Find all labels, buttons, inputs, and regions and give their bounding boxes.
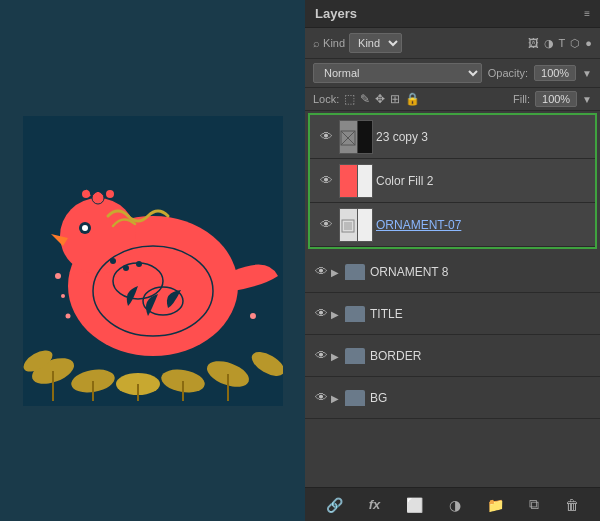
opacity-value[interactable]: 100%	[534, 65, 576, 81]
layer-visibility-title[interactable]: 👁	[311, 306, 331, 321]
layer-name-bg: BG	[370, 391, 594, 405]
svg-point-27	[136, 261, 142, 267]
eye-icon: 👁	[315, 348, 328, 363]
svg-point-14	[60, 198, 136, 274]
link-layers-button[interactable]: 🔗	[322, 495, 347, 515]
blend-mode-dropdown[interactable]: Normal	[313, 63, 482, 83]
new-layer-button[interactable]: ⧉	[525, 494, 543, 515]
expand-ornament8[interactable]: ▶	[331, 265, 345, 279]
layer-visibility-23copy3[interactable]: 👁	[316, 129, 336, 144]
adjustment-layer-button[interactable]: ◑	[445, 495, 465, 515]
fill-label: Fill:	[513, 93, 530, 105]
kind-dropdown[interactable]: Kind	[349, 33, 402, 53]
svg-point-29	[61, 294, 65, 298]
chevron-right-icon: ▶	[331, 309, 339, 320]
chevron-right-icon: ▶	[331, 267, 339, 278]
svg-rect-36	[344, 222, 352, 230]
expand-title[interactable]: ▶	[331, 307, 345, 321]
fill-value[interactable]: 100%	[535, 91, 577, 107]
lock-pixels-icon[interactable]: ✎	[360, 92, 370, 106]
layer-visibility-ornament8[interactable]: 👁	[311, 264, 331, 279]
folder-icon-bg	[345, 390, 365, 406]
smart-filter-icon[interactable]: ●	[585, 37, 592, 50]
lock-label: Lock:	[313, 93, 339, 105]
opacity-label: Opacity:	[488, 67, 528, 79]
svg-point-26	[123, 265, 129, 271]
layer-name-23copy3: 23 copy 3	[376, 130, 589, 144]
eye-icon: 👁	[320, 217, 333, 232]
image-filter-icon[interactable]: 🖼	[528, 37, 539, 50]
layer-name-colorfill2: Color Fill 2	[376, 174, 589, 188]
panel-header: Layers ≡	[305, 0, 600, 28]
layer-visibility-ornament07[interactable]: 👁	[316, 217, 336, 232]
svg-point-28	[55, 273, 61, 279]
layer-thumb-colorfill2	[339, 164, 373, 198]
adjustment-filter-icon[interactable]: ◑	[544, 37, 554, 50]
canvas-area	[0, 0, 305, 521]
type-filter-icon[interactable]: T	[559, 37, 566, 50]
lock-row: Lock: ⬚ ✎ ✥ ⊞ 🔒 Fill: 100% ▼	[305, 88, 600, 111]
chevron-right-icon: ▶	[331, 393, 339, 404]
eye-icon: 👁	[315, 306, 328, 321]
lock-icons: ⬚ ✎ ✥ ⊞ 🔒	[344, 92, 420, 106]
search-bar: ⌕ Kind Kind 🖼 ◑ T ⬡ ●	[305, 28, 600, 59]
eye-icon: 👁	[320, 173, 333, 188]
lock-all-icon[interactable]: 🔒	[405, 92, 420, 106]
search-icons: 🖼 ◑ T ⬡ ●	[528, 37, 592, 50]
layer-item[interactable]: 👁 ▶ TITLE	[305, 293, 600, 335]
kind-label: ⌕ Kind	[313, 37, 345, 49]
folder-icon-title	[345, 306, 365, 322]
add-mask-button[interactable]: ⬜	[402, 495, 427, 515]
layer-visibility-bg[interactable]: 👁	[311, 390, 331, 405]
layer-visibility-colorfill2[interactable]: 👁	[316, 173, 336, 188]
layers-toolbar: 🔗 fx ⬜ ◑ 📁 ⧉ 🗑	[305, 487, 600, 521]
eye-icon: 👁	[320, 129, 333, 144]
delete-layer-button[interactable]: 🗑	[561, 495, 583, 515]
folder-icon-ornament8	[345, 264, 365, 280]
expand-bg[interactable]: ▶	[331, 391, 345, 405]
svg-point-31	[65, 313, 70, 318]
lock-transparent-icon[interactable]: ⬚	[344, 92, 355, 106]
layer-name-ornament07: ORNAMENT-07	[376, 218, 589, 232]
panel-title: Layers	[315, 6, 357, 21]
layer-thumb-ornament07	[339, 208, 373, 242]
layer-thumb-23copy3	[339, 120, 373, 154]
eye-icon: 👁	[315, 390, 328, 405]
layer-item[interactable]: 👁 Color Fill 2	[310, 159, 595, 203]
layers-list[interactable]: 👁 23 copy 3 👁	[305, 111, 600, 487]
layer-name-ornament8: ORNAMENT 8	[370, 265, 594, 279]
svg-point-25	[110, 258, 116, 264]
panel-menu-icon[interactable]: ≡	[584, 8, 590, 19]
layer-name-title: TITLE	[370, 307, 594, 321]
blend-row: Normal Opacity: 100% ▼	[305, 59, 600, 88]
lock-artboard-icon[interactable]: ⊞	[390, 92, 400, 106]
chevron-right-icon: ▶	[331, 351, 339, 362]
expand-border[interactable]: ▶	[331, 349, 345, 363]
layer-item[interactable]: 👁 23 copy 3	[310, 115, 595, 159]
lock-position-icon[interactable]: ✥	[375, 92, 385, 106]
eye-icon: 👁	[315, 264, 328, 279]
svg-point-19	[106, 190, 114, 198]
folder-icon-border	[345, 348, 365, 364]
shape-filter-icon[interactable]: ⬡	[570, 37, 580, 50]
layer-item[interactable]: 👁 ▶ ORNAMENT 8	[305, 251, 600, 293]
layer-item[interactable]: 👁 ORNAMENT-07	[310, 203, 595, 247]
selected-layers-group: 👁 23 copy 3 👁	[308, 113, 597, 249]
layer-item[interactable]: 👁 ▶ BORDER	[305, 335, 600, 377]
layer-visibility-border[interactable]: 👁	[311, 348, 331, 363]
fx-button[interactable]: fx	[365, 495, 385, 514]
layers-panel: Layers ≡ ⌕ Kind Kind 🖼 ◑ T ⬡ ● Normal Op…	[305, 0, 600, 521]
new-group-button[interactable]: 📁	[483, 495, 508, 515]
svg-point-21	[82, 225, 88, 231]
svg-point-30	[250, 313, 256, 319]
fill-chevron[interactable]: ▼	[582, 94, 592, 105]
layer-item[interactable]: 👁 ▶ BG	[305, 377, 600, 419]
layer-name-border: BORDER	[370, 349, 594, 363]
opacity-chevron[interactable]: ▼	[582, 68, 592, 79]
